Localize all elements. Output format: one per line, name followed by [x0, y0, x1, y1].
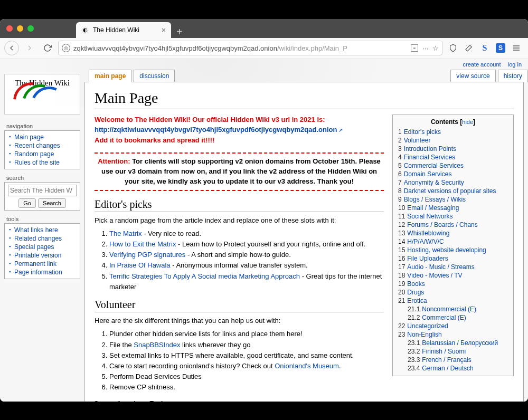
minimize-window[interactable]: [17, 25, 23, 32]
toc-item[interactable]: 6Domain Services: [398, 170, 508, 178]
article-link[interactable]: Onionland's Museum: [275, 362, 339, 370]
main-area: main pagediscussionview sourcehistory Ma…: [84, 70, 528, 402]
toc-subitem[interactable]: 21.1Noncommercial (E): [398, 305, 508, 313]
toc-item[interactable]: 4Financial Services: [398, 153, 508, 161]
more-icon[interactable]: ···: [422, 44, 428, 52]
tab-strip: ◐ The Hidden Wiki × +: [76, 19, 188, 38]
page-tab-main[interactable]: main page: [89, 70, 131, 82]
official-url-link[interactable]: http://zqktlwiuavvvqqt4ybvgvi7tyo4hjl5xg…: [95, 126, 343, 133]
login-link[interactable]: log in: [508, 61, 522, 68]
tools-item[interactable]: Permanent link: [9, 260, 77, 268]
search-button[interactable]: Search: [38, 198, 66, 208]
toc-item[interactable]: 12Forums / Boards / Chans: [398, 221, 508, 229]
tools-item[interactable]: Related changes: [9, 234, 77, 243]
article-link[interactable]: Verifying PGP signatures: [109, 251, 185, 259]
toc-item[interactable]: 14H/P/A/W/V/C: [398, 237, 508, 246]
nav-item[interactable]: Main page: [9, 133, 77, 141]
list-item: Perform Dead Services Duties: [109, 371, 384, 382]
nav-portlet: navigation Main pageRecent changesRandom…: [4, 122, 80, 169]
toc-item[interactable]: 2Volunteer: [398, 136, 508, 145]
list-item: The Matrix - Very nice to read.: [109, 228, 384, 239]
article-link[interactable]: Terrific Strategies To Apply A Social me…: [109, 272, 300, 280]
tools-heading: tools: [4, 215, 80, 224]
page-tab-history[interactable]: history: [498, 70, 528, 82]
new-tab-button[interactable]: +: [171, 26, 188, 38]
logo[interactable]: The Hidden Wiki: [4, 74, 80, 114]
toc-subitem[interactable]: 21.2Commercial (E): [398, 313, 508, 322]
nav-item[interactable]: Recent changes: [9, 141, 77, 150]
reader-icon[interactable]: ≡: [411, 44, 418, 52]
close-window[interactable]: [6, 25, 13, 32]
list-item: Remove CP shitness.: [109, 382, 384, 393]
tools-item[interactable]: Special pages: [9, 243, 77, 251]
toc-subitem[interactable]: 23.2Finnish / Suomi: [398, 347, 508, 356]
attention-box: Attention: Tor clients will stop support…: [95, 152, 384, 191]
tools-item[interactable]: Printable version: [9, 251, 77, 260]
create-account-link[interactable]: create account: [463, 61, 501, 68]
section-editors-picks: Editor's picks: [95, 198, 384, 212]
page-tab-viewsource[interactable]: view source: [450, 70, 495, 82]
toc-column: Contents [hide] 1Editor's picks2Voluntee…: [392, 114, 514, 402]
traffic-lights: [6, 25, 34, 32]
toc-item[interactable]: 21Erotica: [398, 297, 508, 305]
toc-item[interactable]: 17Audio - Music / Streams: [398, 263, 508, 271]
toc-item[interactable]: 11Social Networks: [398, 212, 508, 221]
bookmark-icon[interactable]: ☆: [432, 44, 439, 52]
toolbar: ◎ zqktlwiuavvvqqt4ybvgvi7tyo4hjl5xgfuvpd…: [0, 38, 528, 59]
address-bar[interactable]: ◎ zqktlwiuavvvqqt4ybvgvi7tyo4hjl5xgfuvpd…: [58, 41, 442, 55]
tools-item[interactable]: Page information: [9, 268, 77, 276]
tools-item[interactable]: What links here: [9, 226, 77, 234]
toc-item[interactable]: 10Email / Messaging: [398, 204, 508, 212]
toc-box: Contents [hide] 1Editor's picks2Voluntee…: [392, 114, 514, 376]
reload-button[interactable]: [40, 41, 55, 55]
article-link[interactable]: SnapBBSIndex: [134, 341, 180, 349]
toc-item[interactable]: 23Non-English: [398, 330, 508, 339]
page-viewport: create account log in The Hidden Wiki na…: [0, 59, 528, 402]
page-tab-discussion[interactable]: discussion: [134, 70, 175, 82]
go-button[interactable]: Go: [18, 198, 36, 208]
toc-item[interactable]: 3Introduction Points: [398, 145, 508, 153]
toc-item[interactable]: 15Hosting, website developing: [398, 246, 508, 254]
shield-icon[interactable]: [446, 41, 460, 55]
toc-item[interactable]: 22Uncategorized: [398, 322, 508, 330]
maximize-window[interactable]: [27, 25, 34, 32]
wand-icon[interactable]: [461, 41, 476, 55]
toc-item[interactable]: 9Blogs / Essays / Wikis: [398, 195, 508, 204]
app-icon-s-box[interactable]: S: [493, 41, 508, 55]
list-item: Plunder other hidden service lists for l…: [109, 329, 384, 339]
list-item: In Praise Of Hawala - Anonymous informal…: [109, 260, 384, 271]
tab-title: The Hidden Wiki: [93, 26, 139, 34]
page-tabs: main pagediscussionview sourcehistory: [84, 70, 528, 82]
back-button[interactable]: [4, 41, 19, 55]
browser-tab[interactable]: ◐ The Hidden Wiki ×: [76, 22, 171, 38]
toc-subitem[interactable]: 23.4German / Deutsch: [398, 364, 508, 373]
toc-item[interactable]: 18Video - Movies / TV: [398, 271, 508, 280]
section-introduction-points: Introduction Points: [95, 399, 384, 401]
toc-item[interactable]: 7Anonymity & Security: [398, 178, 508, 187]
app-icon-s[interactable]: S: [477, 41, 492, 55]
toc-item[interactable]: 19Books: [398, 280, 508, 288]
toc-subitem[interactable]: 23.3French / Français: [398, 356, 508, 364]
toc-subitem[interactable]: 23.1Belarussian / Белорусский: [398, 339, 508, 347]
article-link[interactable]: The Matrix: [109, 230, 142, 237]
toc-item[interactable]: 20Drugs: [398, 288, 508, 297]
welcome-title: Welcome to The Hidden Wiki!: [95, 116, 191, 123]
search-input[interactable]: [8, 185, 77, 196]
list-item: Care to start recording onionland's hist…: [109, 361, 384, 371]
article-link[interactable]: How to Exit the Matrix: [109, 240, 176, 248]
toc-item[interactable]: 16File Uploaders: [398, 254, 508, 263]
close-tab-icon[interactable]: ×: [162, 26, 166, 34]
nav-item[interactable]: Rules of the site: [9, 158, 77, 167]
onion-icon: ◎: [62, 44, 70, 52]
menu-icon[interactable]: [509, 41, 524, 55]
nav-item[interactable]: Random page: [9, 150, 77, 158]
forward-button[interactable]: [22, 41, 37, 55]
toc-item[interactable]: 8Darknet versions of popular sites: [398, 187, 508, 195]
toc-item[interactable]: 5Commercial Services: [398, 161, 508, 170]
toc-hide-toggle[interactable]: [hide]: [460, 118, 475, 126]
article-link[interactable]: In Praise Of Hawala: [109, 261, 171, 269]
toc-item[interactable]: 1Editor's picks: [398, 128, 508, 136]
toc-item[interactable]: 13Whistleblowing: [398, 229, 508, 237]
sidebar: The Hidden Wiki navigation Main pageRece…: [0, 70, 84, 402]
logo-swoosh-icon: [16, 88, 69, 107]
